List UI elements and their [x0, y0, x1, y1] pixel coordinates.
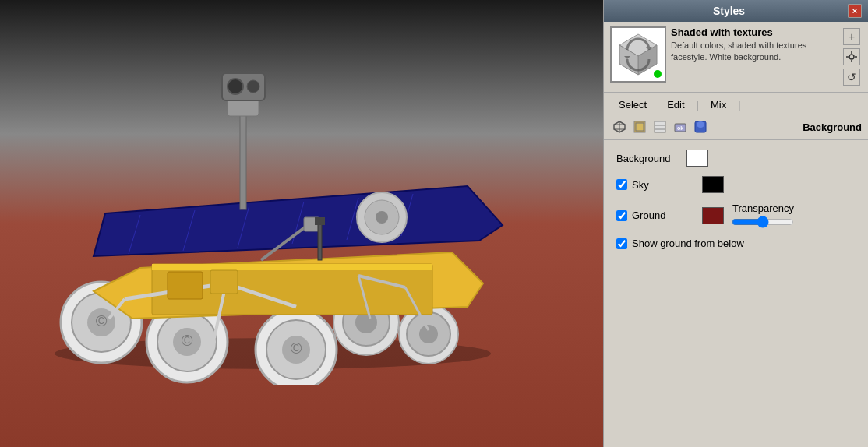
styles-panel: Styles × [603, 0, 868, 447]
section-label: Background [803, 121, 862, 133]
style-info: Shaded with textures Default colors, sha… [671, 26, 837, 87]
svg-point-73 [697, 121, 704, 128]
background-section: Background Sky Ground Transparen [604, 140, 868, 259]
svg-point-31 [228, 79, 243, 94]
svg-text:©: © [182, 332, 193, 349]
side-icons: + ↺ [842, 26, 862, 87]
style-thumb-row: Shaded with textures Default colors, sha… [604, 22, 868, 93]
tab-separator: | [697, 99, 699, 111]
tab-select[interactable]: Select [610, 96, 655, 114]
svg-point-32 [247, 80, 259, 93]
tab-separator-2: | [738, 99, 740, 111]
watermark-button[interactable]: ok [671, 118, 690, 136]
svg-point-35 [376, 211, 388, 224]
background-row: Background [616, 150, 856, 167]
sky-mode-button[interactable] [691, 118, 710, 136]
show-ground-label: Show ground from below [632, 238, 744, 249]
style-name: Shaded with textures [671, 26, 837, 38]
svg-text:©: © [96, 312, 108, 329]
sky-row: Sky [616, 176, 856, 193]
add-style-button[interactable]: + [843, 28, 860, 45]
show-ground-checkbox-row: Show ground from below [616, 238, 744, 249]
style-description: Default colors, shaded with textures fac… [671, 40, 837, 64]
show-ground-row: Show ground from below [616, 238, 856, 249]
sky-checkbox[interactable] [616, 179, 627, 190]
transparency-area: Transparency [732, 202, 794, 228]
svg-point-18 [419, 325, 438, 343]
tab-mix[interactable]: Mix [702, 96, 735, 114]
svg-rect-67 [655, 121, 665, 132]
wireframe-mode-button[interactable] [610, 118, 629, 136]
ground-color-swatch[interactable] [702, 207, 724, 224]
face-mode-button[interactable] [651, 118, 669, 136]
svg-rect-48 [168, 272, 203, 299]
sky-checkbox-row: Sky [616, 179, 694, 191]
icon-toolbar: ok Background [604, 114, 868, 140]
style-thumbnail[interactable] [610, 26, 666, 83]
viewport: © © © [0, 0, 603, 447]
svg-text:ok: ok [677, 125, 683, 131]
svg-rect-28 [240, 108, 246, 209]
svg-rect-66 [636, 123, 644, 131]
transparency-slider[interactable] [732, 216, 794, 228]
svg-rect-45 [318, 221, 322, 260]
svg-text:©: © [291, 340, 302, 357]
show-ground-checkbox[interactable] [616, 238, 627, 249]
edge-mode-button[interactable] [630, 118, 649, 136]
ground-checkbox[interactable] [616, 210, 627, 221]
background-label: Background [616, 153, 679, 164]
svg-point-56 [849, 55, 854, 59]
styles-header: Styles × [604, 0, 868, 22]
svg-rect-46 [315, 217, 325, 225]
transparency-label: Transparency [732, 202, 794, 214]
svg-rect-47 [152, 264, 432, 270]
sky-label: Sky [632, 179, 694, 191]
close-button[interactable]: × [848, 4, 862, 18]
svg-rect-49 [210, 270, 238, 294]
ground-row: Ground Transparency [616, 202, 856, 228]
refresh-style-button[interactable]: ↺ [843, 69, 860, 86]
styles-title: Styles [610, 5, 848, 17]
ground-label: Ground [632, 209, 694, 221]
background-color-swatch[interactable] [686, 150, 708, 167]
tab-edit[interactable]: Edit [658, 96, 693, 114]
tabs-row: Select Edit | Mix | [604, 93, 868, 114]
ground-checkbox-row: Ground [616, 209, 694, 221]
rover-svg: © © © [31, 42, 530, 385]
active-indicator [654, 70, 662, 78]
style-settings-button[interactable] [843, 48, 860, 65]
sky-color-swatch[interactable] [702, 176, 724, 193]
svg-marker-21 [94, 186, 503, 256]
